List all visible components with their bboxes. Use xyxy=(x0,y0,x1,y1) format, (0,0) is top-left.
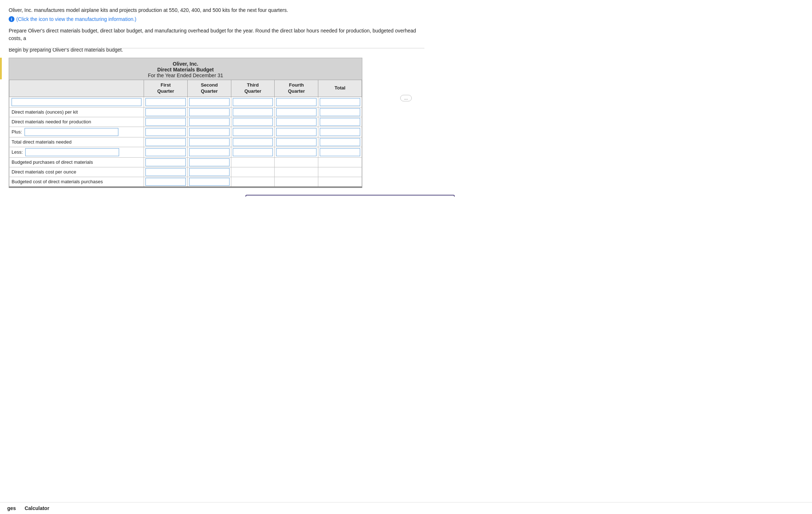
row6-q1[interactable] xyxy=(145,148,186,156)
table-row: Total direct materials needed xyxy=(9,137,362,147)
row6-q2[interactable] xyxy=(189,148,230,156)
more-info-popup: More info − Direct materials are two oun… xyxy=(245,195,455,197)
row7-label: Budgeted purchases of direct materials xyxy=(9,157,144,167)
row1-q4[interactable] xyxy=(276,98,316,106)
row4-q1[interactable] xyxy=(145,128,186,136)
table-row: Direct materials (ounces) per kit xyxy=(9,107,362,117)
row6-q4[interactable] xyxy=(276,148,316,156)
row7-q1[interactable] xyxy=(145,158,186,166)
row9-label: Budgeted cost of direct materials purcha… xyxy=(9,177,144,187)
prepare-text: Prepare Oliver's direct materials budget… xyxy=(9,27,424,42)
row3-total[interactable] xyxy=(320,118,360,126)
row5-q3[interactable] xyxy=(233,138,273,146)
row3-q2[interactable] xyxy=(189,118,230,126)
section-divider xyxy=(9,48,424,48)
row5-total[interactable] xyxy=(320,138,360,146)
row2-q4[interactable] xyxy=(276,108,316,116)
row5-q1[interactable] xyxy=(145,138,186,146)
budget-container: Oliver, Inc. Direct Materials Budget For… xyxy=(9,58,362,188)
col-header-third: ThirdQuarter xyxy=(231,80,275,97)
col-header-total: Total xyxy=(318,80,362,97)
row9-q1[interactable] xyxy=(145,178,186,186)
row3-label: Direct materials needed for production xyxy=(9,117,144,127)
budget-title: Direct Materials Budget xyxy=(10,67,361,73)
info-link-row[interactable]: i (Click the icon to view the manufactur… xyxy=(9,16,424,22)
row3-q4[interactable] xyxy=(276,118,316,126)
table-row: Less: xyxy=(9,147,362,157)
info-icon: i xyxy=(9,16,14,22)
budget-company: Oliver, Inc. xyxy=(10,61,361,67)
row6-q3[interactable] xyxy=(233,148,273,156)
row1-q2[interactable] xyxy=(189,98,230,106)
budget-header: Oliver, Inc. Direct Materials Budget For… xyxy=(9,58,362,80)
row5-label: Total direct materials needed xyxy=(9,137,144,147)
more-info-header: More info − xyxy=(246,196,454,197)
plus-label: Plus: xyxy=(12,129,23,135)
row3-q1[interactable] xyxy=(145,118,186,126)
row3-q3[interactable] xyxy=(233,118,273,126)
row4-q4[interactable] xyxy=(276,128,316,136)
row4-q2[interactable] xyxy=(189,128,230,136)
row2-q3[interactable] xyxy=(233,108,273,116)
row8-q2[interactable] xyxy=(189,168,230,176)
less-label: Less: xyxy=(12,149,24,155)
row1-total[interactable] xyxy=(320,98,360,106)
row6-total[interactable] xyxy=(320,148,360,156)
row1-q1[interactable] xyxy=(145,98,186,106)
divider-button[interactable]: ... xyxy=(400,95,412,101)
row2-q1[interactable] xyxy=(145,108,186,116)
col-header-first: FirstQuarter xyxy=(144,80,188,97)
row4-q3[interactable] xyxy=(233,128,273,136)
left-marker xyxy=(0,58,2,79)
col-header-second: SecondQuarter xyxy=(187,80,231,97)
table-row: Budgeted cost of direct materials purcha… xyxy=(9,177,362,187)
intro-main-text: Oliver, Inc. manufactures model airplane… xyxy=(9,6,424,14)
row5-q2[interactable] xyxy=(189,138,230,146)
less-label-input[interactable] xyxy=(25,148,119,156)
row2-total[interactable] xyxy=(320,108,360,116)
row2-q2[interactable] xyxy=(189,108,230,116)
plus-label-input[interactable] xyxy=(25,128,118,136)
table-row: Budgeted purchases of direct materials xyxy=(9,157,362,167)
budget-period: For the Year Ended December 31 xyxy=(10,73,361,78)
row2-label: Direct materials (ounces) per kit xyxy=(9,107,144,117)
row1-label-input[interactable] xyxy=(12,98,141,106)
table-row: Plus: xyxy=(9,127,362,137)
row7-q2[interactable] xyxy=(189,158,230,166)
col-header-description xyxy=(9,80,144,97)
row5-q4[interactable] xyxy=(276,138,316,146)
row1-q3[interactable] xyxy=(233,98,273,106)
info-link-text: (Click the icon to view the manufacturin… xyxy=(16,16,136,22)
row9-q2[interactable] xyxy=(189,178,230,186)
budget-table: FirstQuarter SecondQuarter ThirdQuarter … xyxy=(9,80,362,188)
table-row: Direct materials needed for production xyxy=(9,117,362,127)
col-header-fourth: FourthQuarter xyxy=(275,80,318,97)
row8-label: Direct materials cost per ounce xyxy=(9,167,144,177)
row4-total[interactable] xyxy=(320,128,360,136)
table-row xyxy=(9,97,362,107)
table-row: Direct materials cost per ounce xyxy=(9,167,362,177)
row8-q1[interactable] xyxy=(145,168,186,176)
